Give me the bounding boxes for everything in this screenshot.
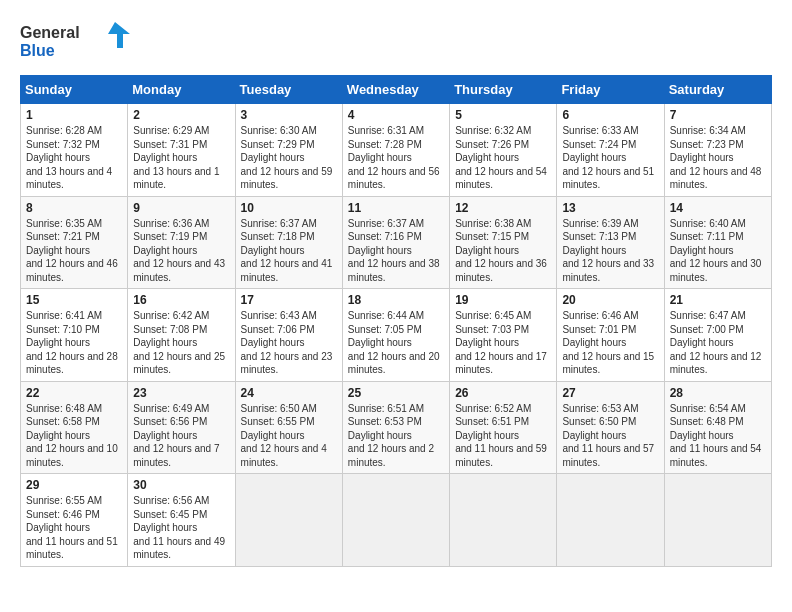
day-detail: Sunrise: 6:36 AM Sunset: 7:19 PM Dayligh…: [133, 217, 229, 285]
day-number: 16: [133, 293, 229, 307]
calendar-cell: 17 Sunrise: 6:43 AM Sunset: 7:06 PM Dayl…: [235, 289, 342, 382]
day-detail: Sunrise: 6:34 AM Sunset: 7:23 PM Dayligh…: [670, 124, 766, 192]
calendar-cell: 30 Sunrise: 6:56 AM Sunset: 6:45 PM Dayl…: [128, 474, 235, 567]
day-detail: Sunrise: 6:41 AM Sunset: 7:10 PM Dayligh…: [26, 309, 122, 377]
day-number: 26: [455, 386, 551, 400]
calendar-cell: 19 Sunrise: 6:45 AM Sunset: 7:03 PM Dayl…: [450, 289, 557, 382]
header-thursday: Thursday: [450, 76, 557, 104]
day-detail: Sunrise: 6:53 AM Sunset: 6:50 PM Dayligh…: [562, 402, 658, 470]
day-detail: Sunrise: 6:50 AM Sunset: 6:55 PM Dayligh…: [241, 402, 337, 470]
day-detail: Sunrise: 6:33 AM Sunset: 7:24 PM Dayligh…: [562, 124, 658, 192]
day-number: 9: [133, 201, 229, 215]
day-detail: Sunrise: 6:30 AM Sunset: 7:29 PM Dayligh…: [241, 124, 337, 192]
calendar-cell: 28 Sunrise: 6:54 AM Sunset: 6:48 PM Dayl…: [664, 381, 771, 474]
header-sunday: Sunday: [21, 76, 128, 104]
calendar-cell: 18 Sunrise: 6:44 AM Sunset: 7:05 PM Dayl…: [342, 289, 449, 382]
calendar-row: 22 Sunrise: 6:48 AM Sunset: 6:58 PM Dayl…: [21, 381, 772, 474]
calendar-cell: 21 Sunrise: 6:47 AM Sunset: 7:00 PM Dayl…: [664, 289, 771, 382]
calendar-cell: 25 Sunrise: 6:51 AM Sunset: 6:53 PM Dayl…: [342, 381, 449, 474]
day-detail: Sunrise: 6:45 AM Sunset: 7:03 PM Dayligh…: [455, 309, 551, 377]
day-number: 28: [670, 386, 766, 400]
day-detail: Sunrise: 6:32 AM Sunset: 7:26 PM Dayligh…: [455, 124, 551, 192]
day-number: 25: [348, 386, 444, 400]
calendar-cell: 15 Sunrise: 6:41 AM Sunset: 7:10 PM Dayl…: [21, 289, 128, 382]
calendar-table: Sunday Monday Tuesday Wednesday Thursday…: [20, 75, 772, 567]
day-detail: Sunrise: 6:28 AM Sunset: 7:32 PM Dayligh…: [26, 124, 122, 192]
day-number: 22: [26, 386, 122, 400]
day-number: 24: [241, 386, 337, 400]
day-number: 21: [670, 293, 766, 307]
day-number: 12: [455, 201, 551, 215]
calendar-cell: [557, 474, 664, 567]
calendar-cell: 3 Sunrise: 6:30 AM Sunset: 7:29 PM Dayli…: [235, 104, 342, 197]
day-detail: Sunrise: 6:35 AM Sunset: 7:21 PM Dayligh…: [26, 217, 122, 285]
day-number: 8: [26, 201, 122, 215]
calendar-cell: 20 Sunrise: 6:46 AM Sunset: 7:01 PM Dayl…: [557, 289, 664, 382]
day-detail: Sunrise: 6:52 AM Sunset: 6:51 PM Dayligh…: [455, 402, 551, 470]
logo-container: General Blue: [20, 20, 130, 65]
day-number: 2: [133, 108, 229, 122]
day-number: 6: [562, 108, 658, 122]
calendar-cell: 16 Sunrise: 6:42 AM Sunset: 7:08 PM Dayl…: [128, 289, 235, 382]
day-number: 1: [26, 108, 122, 122]
calendar-cell: 2 Sunrise: 6:29 AM Sunset: 7:31 PM Dayli…: [128, 104, 235, 197]
day-detail: Sunrise: 6:48 AM Sunset: 6:58 PM Dayligh…: [26, 402, 122, 470]
day-number: 18: [348, 293, 444, 307]
calendar-cell: 8 Sunrise: 6:35 AM Sunset: 7:21 PM Dayli…: [21, 196, 128, 289]
calendar-cell: 14 Sunrise: 6:40 AM Sunset: 7:11 PM Dayl…: [664, 196, 771, 289]
logo-svg: General Blue: [20, 20, 130, 65]
weekday-header-row: Sunday Monday Tuesday Wednesday Thursday…: [21, 76, 772, 104]
day-detail: Sunrise: 6:37 AM Sunset: 7:16 PM Dayligh…: [348, 217, 444, 285]
svg-text:Blue: Blue: [20, 42, 55, 59]
logo: General Blue: [20, 20, 130, 65]
day-number: 3: [241, 108, 337, 122]
header-friday: Friday: [557, 76, 664, 104]
day-detail: Sunrise: 6:44 AM Sunset: 7:05 PM Dayligh…: [348, 309, 444, 377]
day-number: 20: [562, 293, 658, 307]
day-detail: Sunrise: 6:54 AM Sunset: 6:48 PM Dayligh…: [670, 402, 766, 470]
header-monday: Monday: [128, 76, 235, 104]
svg-text:General: General: [20, 24, 80, 41]
day-number: 29: [26, 478, 122, 492]
day-number: 10: [241, 201, 337, 215]
calendar-cell: 9 Sunrise: 6:36 AM Sunset: 7:19 PM Dayli…: [128, 196, 235, 289]
day-number: 5: [455, 108, 551, 122]
calendar-cell: 6 Sunrise: 6:33 AM Sunset: 7:24 PM Dayli…: [557, 104, 664, 197]
day-number: 4: [348, 108, 444, 122]
day-number: 7: [670, 108, 766, 122]
calendar-cell: 7 Sunrise: 6:34 AM Sunset: 7:23 PM Dayli…: [664, 104, 771, 197]
calendar-row: 15 Sunrise: 6:41 AM Sunset: 7:10 PM Dayl…: [21, 289, 772, 382]
calendar-row: 8 Sunrise: 6:35 AM Sunset: 7:21 PM Dayli…: [21, 196, 772, 289]
calendar-cell: 13 Sunrise: 6:39 AM Sunset: 7:13 PM Dayl…: [557, 196, 664, 289]
day-number: 19: [455, 293, 551, 307]
day-detail: Sunrise: 6:31 AM Sunset: 7:28 PM Dayligh…: [348, 124, 444, 192]
day-number: 23: [133, 386, 229, 400]
calendar-cell: 29 Sunrise: 6:55 AM Sunset: 6:46 PM Dayl…: [21, 474, 128, 567]
calendar-cell: 22 Sunrise: 6:48 AM Sunset: 6:58 PM Dayl…: [21, 381, 128, 474]
calendar-cell: 11 Sunrise: 6:37 AM Sunset: 7:16 PM Dayl…: [342, 196, 449, 289]
calendar-cell: 27 Sunrise: 6:53 AM Sunset: 6:50 PM Dayl…: [557, 381, 664, 474]
day-detail: Sunrise: 6:29 AM Sunset: 7:31 PM Dayligh…: [133, 124, 229, 192]
day-detail: Sunrise: 6:38 AM Sunset: 7:15 PM Dayligh…: [455, 217, 551, 285]
day-detail: Sunrise: 6:46 AM Sunset: 7:01 PM Dayligh…: [562, 309, 658, 377]
calendar-cell: 23 Sunrise: 6:49 AM Sunset: 6:56 PM Dayl…: [128, 381, 235, 474]
day-detail: Sunrise: 6:40 AM Sunset: 7:11 PM Dayligh…: [670, 217, 766, 285]
calendar-cell: [664, 474, 771, 567]
day-detail: Sunrise: 6:56 AM Sunset: 6:45 PM Dayligh…: [133, 494, 229, 562]
calendar-row: 29 Sunrise: 6:55 AM Sunset: 6:46 PM Dayl…: [21, 474, 772, 567]
calendar-cell: 5 Sunrise: 6:32 AM Sunset: 7:26 PM Dayli…: [450, 104, 557, 197]
day-detail: Sunrise: 6:39 AM Sunset: 7:13 PM Dayligh…: [562, 217, 658, 285]
day-detail: Sunrise: 6:55 AM Sunset: 6:46 PM Dayligh…: [26, 494, 122, 562]
calendar-cell: 26 Sunrise: 6:52 AM Sunset: 6:51 PM Dayl…: [450, 381, 557, 474]
day-detail: Sunrise: 6:47 AM Sunset: 7:00 PM Dayligh…: [670, 309, 766, 377]
calendar-row: 1 Sunrise: 6:28 AM Sunset: 7:32 PM Dayli…: [21, 104, 772, 197]
header: General Blue: [20, 20, 772, 65]
calendar-cell: 10 Sunrise: 6:37 AM Sunset: 7:18 PM Dayl…: [235, 196, 342, 289]
header-saturday: Saturday: [664, 76, 771, 104]
day-detail: Sunrise: 6:43 AM Sunset: 7:06 PM Dayligh…: [241, 309, 337, 377]
day-detail: Sunrise: 6:51 AM Sunset: 6:53 PM Dayligh…: [348, 402, 444, 470]
day-detail: Sunrise: 6:42 AM Sunset: 7:08 PM Dayligh…: [133, 309, 229, 377]
header-wednesday: Wednesday: [342, 76, 449, 104]
day-detail: Sunrise: 6:37 AM Sunset: 7:18 PM Dayligh…: [241, 217, 337, 285]
calendar-cell: [450, 474, 557, 567]
